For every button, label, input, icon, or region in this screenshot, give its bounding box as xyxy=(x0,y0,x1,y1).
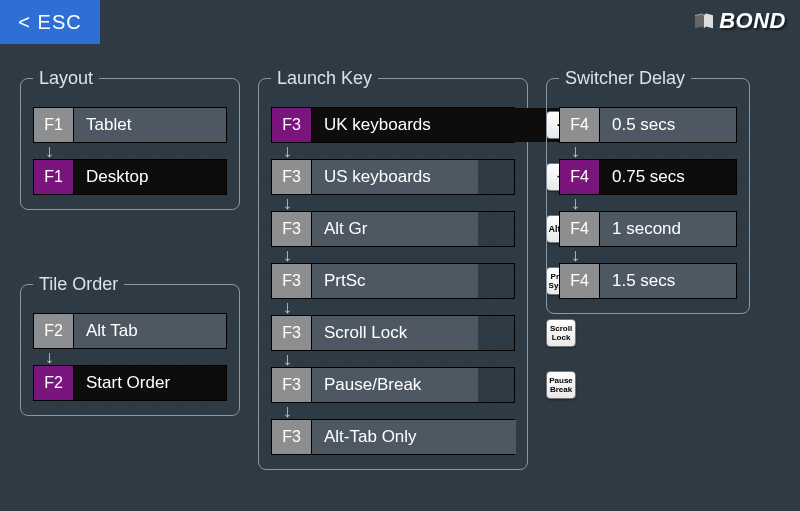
arrow-down-icon xyxy=(283,143,299,159)
arrow-down-icon xyxy=(283,299,299,315)
option-row[interactable]: F40.75 secs xyxy=(559,159,737,195)
option-row[interactable]: F3UK keyboards¬ xyxy=(271,107,515,143)
group-launch-key-title: Launch Key xyxy=(271,68,378,89)
arrow-down-icon xyxy=(283,403,299,419)
option-label: Desktop xyxy=(74,160,226,194)
option-label: Scroll Lock xyxy=(312,316,478,350)
bond-logo: BOND xyxy=(693,8,786,34)
arrow-down-icon xyxy=(571,143,587,159)
option-label: 0.75 secs xyxy=(600,160,736,194)
group-tile-order-title: Tile Order xyxy=(33,274,124,295)
logo-book-icon xyxy=(693,12,715,30)
option-row[interactable]: F40.5 secs xyxy=(559,107,737,143)
group-switcher-delay-title: Switcher Delay xyxy=(559,68,691,89)
option-row[interactable]: F3Scroll LockScrollLock xyxy=(271,315,515,351)
group-switcher-delay: Switcher Delay F40.5 secsF40.75 secsF41 … xyxy=(546,68,750,314)
option-row[interactable]: F41.5 secs xyxy=(559,263,737,299)
fkey-badge: F4 xyxy=(560,160,600,194)
arrow-down-icon xyxy=(283,247,299,263)
fkey-badge: F2 xyxy=(34,366,74,400)
group-launch-key: Launch Key F3UK keyboards¬F3US keyboards… xyxy=(258,68,528,470)
option-row[interactable]: F2Start Order xyxy=(33,365,227,401)
arrow-down-icon xyxy=(283,195,299,211)
group-launch-key-items: F3UK keyboards¬F3US keyboards~F3Alt GrAl… xyxy=(271,107,515,455)
option-label: 1 second xyxy=(600,212,736,246)
fkey-badge: F4 xyxy=(560,212,600,246)
group-layout: Layout F1TabletF1Desktop xyxy=(20,68,240,210)
option-row[interactable]: F3Alt-Tab Only xyxy=(271,419,515,455)
option-label: US keyboards xyxy=(312,160,478,194)
option-row[interactable]: F3PrtScPrtScSysRq xyxy=(271,263,515,299)
option-row[interactable]: F3Pause/BreakPauseBreak xyxy=(271,367,515,403)
option-row[interactable]: F41 second xyxy=(559,211,737,247)
keycap-icon: PauseBreak xyxy=(546,371,576,399)
fkey-badge: F3 xyxy=(272,368,312,402)
option-label: Alt Gr xyxy=(312,212,478,246)
logo-text: BOND xyxy=(719,8,786,34)
keycap-slot: PauseBreak xyxy=(478,368,644,402)
fkey-badge: F3 xyxy=(272,160,312,194)
arrow-down-icon xyxy=(571,195,587,211)
group-switcher-delay-items: F40.5 secsF40.75 secsF41 secondF41.5 sec… xyxy=(559,107,737,299)
keycap-icon: ScrollLock xyxy=(546,319,576,347)
option-row[interactable]: F1Tablet xyxy=(33,107,227,143)
arrow-down-icon xyxy=(45,349,61,365)
fkey-badge: F3 xyxy=(272,316,312,350)
option-label: Alt-Tab Only xyxy=(312,420,516,454)
option-label: Alt Tab xyxy=(74,314,226,348)
fkey-badge: F3 xyxy=(272,420,312,454)
fkey-badge: F2 xyxy=(34,314,74,348)
arrow-down-icon xyxy=(571,247,587,263)
fkey-badge: F4 xyxy=(560,108,600,142)
option-label: Start Order xyxy=(74,366,226,400)
arrow-down-icon xyxy=(283,351,299,367)
group-tile-order: Tile Order F2Alt TabF2Start Order xyxy=(20,274,240,416)
option-row[interactable]: F2Alt Tab xyxy=(33,313,227,349)
option-label: 0.5 secs xyxy=(600,108,736,142)
fkey-badge: F3 xyxy=(272,108,312,142)
group-tile-order-items: F2Alt TabF2Start Order xyxy=(33,313,227,401)
esc-button[interactable]: < ESC xyxy=(0,0,100,44)
option-label: Pause/Break xyxy=(312,368,478,402)
fkey-badge: F3 xyxy=(272,212,312,246)
arrow-down-icon xyxy=(45,143,61,159)
fkey-badge: F1 xyxy=(34,108,74,142)
fkey-badge: F1 xyxy=(34,160,74,194)
fkey-badge: F4 xyxy=(560,264,600,298)
option-label: PrtSc xyxy=(312,264,478,298)
option-row[interactable]: F3Alt GrAlt Gr xyxy=(271,211,515,247)
keycap-slot: ScrollLock xyxy=(478,316,644,350)
option-row[interactable]: F3US keyboards~ xyxy=(271,159,515,195)
option-label: 1.5 secs xyxy=(600,264,736,298)
option-label: Tablet xyxy=(74,108,226,142)
group-layout-items: F1TabletF1Desktop xyxy=(33,107,227,195)
option-row[interactable]: F1Desktop xyxy=(33,159,227,195)
fkey-badge: F3 xyxy=(272,264,312,298)
option-label: UK keyboards xyxy=(312,108,478,142)
group-layout-title: Layout xyxy=(33,68,99,89)
